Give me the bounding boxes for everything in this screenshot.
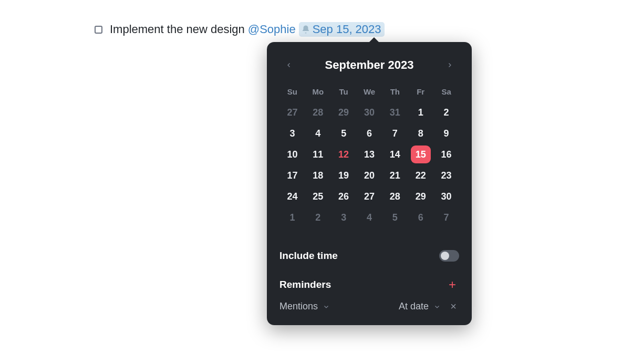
calendar-day[interactable]: 12 xyxy=(331,144,357,165)
calendar-day[interactable]: 11 xyxy=(305,144,331,165)
calendar-grid: SuMoTuWeThFrSa27282930311234567891011121… xyxy=(279,81,459,228)
calendar-dow: Th xyxy=(382,81,408,102)
calendar-day[interactable]: 10 xyxy=(279,144,305,165)
calendar-day[interactable]: 31 xyxy=(382,102,408,123)
reminder-when-select[interactable]: At date xyxy=(399,301,440,312)
reminders-row: Reminders + xyxy=(279,277,459,292)
calendar-dow: Su xyxy=(279,81,305,102)
calendar-day[interactable]: 1 xyxy=(408,102,433,123)
reminder-type-label: Mentions xyxy=(279,301,318,312)
reminder-type-select[interactable]: Mentions xyxy=(279,301,329,312)
task-text[interactable]: Implement the new design xyxy=(110,23,245,36)
calendar-dow: Tu xyxy=(331,81,357,102)
task-line: Implement the new design @Sophie Sep 15,… xyxy=(95,22,385,37)
calendar-day[interactable]: 7 xyxy=(382,123,408,144)
calendar-day[interactable]: 3 xyxy=(331,207,357,228)
calendar-day[interactable]: 6 xyxy=(408,207,433,228)
chevron-down-icon xyxy=(323,304,329,310)
calendar-dow: Sa xyxy=(433,81,459,102)
calendar-day[interactable]: 23 xyxy=(433,165,459,186)
calendar-day[interactable]: 27 xyxy=(357,186,382,207)
calendar-day[interactable]: 4 xyxy=(357,207,382,228)
calendar-day[interactable]: 19 xyxy=(331,165,357,186)
chevron-left-icon xyxy=(286,62,292,68)
calendar-day[interactable]: 8 xyxy=(408,123,433,144)
reminder-when-label: At date xyxy=(399,301,429,312)
calendar-day[interactable]: 20 xyxy=(357,165,382,186)
calendar-day[interactable]: 15 xyxy=(408,144,433,165)
calendar-day[interactable]: 18 xyxy=(305,165,331,186)
chevron-right-icon xyxy=(447,62,453,68)
task-checkbox[interactable] xyxy=(95,26,102,34)
calendar-day[interactable]: 25 xyxy=(305,186,331,207)
calendar-day[interactable]: 16 xyxy=(433,144,459,165)
task-date-chip[interactable]: Sep 15, 2023 xyxy=(299,22,385,37)
calendar-day[interactable]: 1 xyxy=(279,207,305,228)
calendar-day[interactable]: 29 xyxy=(408,186,433,207)
include-time-row: Include time xyxy=(279,250,459,262)
next-month-button[interactable] xyxy=(442,58,457,72)
calendar-day[interactable]: 21 xyxy=(382,165,408,186)
calendar-day[interactable]: 28 xyxy=(382,186,408,207)
calendar-day[interactable]: 7 xyxy=(433,207,459,228)
calendar-day[interactable]: 2 xyxy=(305,207,331,228)
calendar-day[interactable]: 9 xyxy=(433,123,459,144)
reminders-label: Reminders xyxy=(279,279,331,290)
include-time-toggle[interactable] xyxy=(439,250,459,262)
calendar-day[interactable]: 27 xyxy=(279,102,305,123)
calendar-day[interactable]: 29 xyxy=(331,102,357,123)
task-date-label: Sep 15, 2023 xyxy=(313,23,381,36)
calendar-day[interactable]: 4 xyxy=(305,123,331,144)
date-popover: September 2023 SuMoTuWeThFrSa27282930311… xyxy=(267,42,472,325)
calendar-day[interactable]: 30 xyxy=(433,186,459,207)
calendar-day[interactable]: 17 xyxy=(279,165,305,186)
calendar-day[interactable]: 22 xyxy=(408,165,433,186)
calendar-header: September 2023 xyxy=(279,54,459,81)
calendar-day[interactable]: 14 xyxy=(382,144,408,165)
calendar-day[interactable]: 28 xyxy=(305,102,331,123)
calendar-day[interactable]: 5 xyxy=(331,123,357,144)
calendar-day[interactable]: 24 xyxy=(279,186,305,207)
task-mention[interactable]: @Sophie xyxy=(248,23,296,36)
calendar-day[interactable]: 5 xyxy=(382,207,408,228)
calendar-day[interactable]: 26 xyxy=(331,186,357,207)
calendar-day[interactable]: 2 xyxy=(433,102,459,123)
calendar-day[interactable]: 13 xyxy=(357,144,382,165)
bell-icon xyxy=(301,25,310,34)
chevron-down-icon xyxy=(434,304,440,310)
prev-month-button[interactable] xyxy=(282,58,296,72)
calendar-dow: Mo xyxy=(305,81,331,102)
calendar-title: September 2023 xyxy=(325,58,414,72)
calendar-day[interactable]: 30 xyxy=(357,102,382,123)
calendar-dow: Fr xyxy=(408,81,433,102)
reminder-item: Mentions At date × xyxy=(279,300,459,313)
remove-reminder-button[interactable]: × xyxy=(448,300,459,313)
include-time-label: Include time xyxy=(279,250,338,262)
calendar-day[interactable]: 6 xyxy=(357,123,382,144)
calendar-dow: We xyxy=(357,81,382,102)
add-reminder-button[interactable]: + xyxy=(445,277,459,292)
calendar-day[interactable]: 3 xyxy=(279,123,305,144)
toggle-knob xyxy=(441,252,449,260)
